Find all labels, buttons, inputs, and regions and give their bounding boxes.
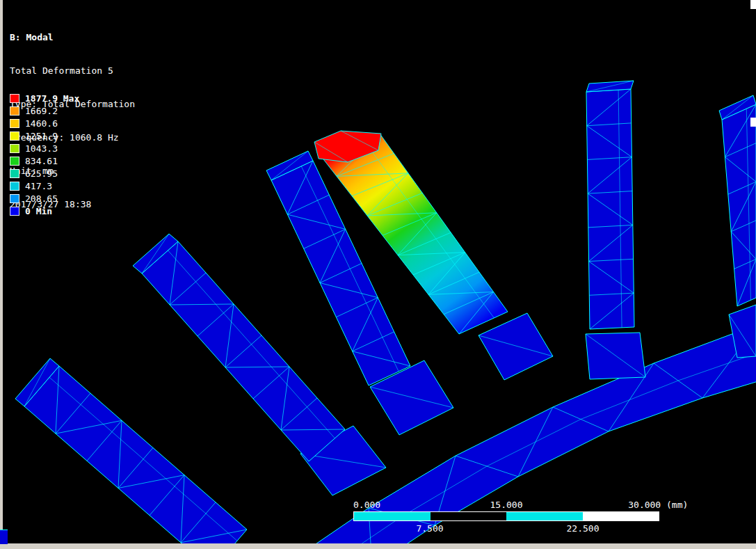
legend-swatch — [10, 119, 19, 128]
legend-swatch — [10, 106, 19, 116]
result-name: Total Deformation 5 — [10, 65, 135, 77]
legend-row: 834.61 — [10, 154, 79, 167]
scale-label-0: 0.000 — [353, 500, 380, 510]
scale-label-15: 15.000 — [490, 500, 523, 510]
legend-swatch — [10, 169, 19, 178]
legend-swatch — [10, 182, 19, 191]
legend-label: 1043.3 — [25, 143, 58, 154]
scale-ruler: 0.000 15.000 30.000 (mm) 7.500 22.500 — [353, 500, 659, 535]
legend-row: 1043.3 — [10, 142, 79, 154]
legend-row: 417.3 — [10, 180, 79, 192]
legend-swatch — [10, 94, 19, 103]
legend-label: 1251.9 — [25, 131, 58, 141]
scrollbar-artifact-top — [750, 0, 756, 9]
legend-row: 1877.9 Max — [10, 92, 79, 104]
legend-row: 625.95 — [10, 167, 79, 180]
legend-label: 1460.6 — [25, 118, 58, 129]
legend-label: 1669.2 — [25, 106, 58, 116]
scale-segment — [354, 512, 431, 520]
legend-row: 1251.9 — [10, 129, 79, 142]
legend-swatch — [10, 132, 19, 141]
application-window: B: Modal Total Deformation 5 Type: Total… — [0, 0, 756, 549]
scale-segment — [583, 512, 659, 520]
contour-legend: 1877.9 Max 1669.2 1460.6 1251.9 1043.3 8… — [10, 92, 79, 217]
legend-label: 0 Min — [25, 206, 52, 216]
scale-label-30: 30.000 (mm) — [628, 500, 688, 510]
window-border-bottom — [0, 543, 756, 549]
scrollbar-artifact-mid — [750, 118, 756, 127]
scale-ruler-top-labels: 0.000 15.000 30.000 (mm) — [353, 500, 659, 511]
legend-swatch — [10, 194, 19, 203]
analysis-title: B: Modal — [10, 32, 135, 43]
scale-ruler-bar — [353, 511, 659, 521]
legend-row: 1669.2 — [10, 104, 79, 117]
scale-ruler-bottom-labels: 7.500 22.500 — [353, 523, 659, 535]
legend-row: 0 Min — [10, 205, 79, 217]
legend-label: 208.65 — [25, 193, 58, 204]
model-fragment — [0, 530, 8, 544]
legend-row: 1460.6 — [10, 117, 79, 129]
scale-segment — [431, 512, 507, 520]
scale-label-22-5: 22.500 — [567, 523, 600, 534]
legend-swatch — [10, 207, 19, 216]
legend-row: 208.65 — [10, 192, 79, 205]
legend-swatch — [10, 144, 19, 153]
legend-label: 625.95 — [25, 168, 58, 179]
legend-label: 417.3 — [25, 181, 52, 191]
legend-label: 834.61 — [25, 156, 58, 166]
scale-segment — [506, 512, 583, 520]
legend-swatch — [10, 157, 19, 166]
window-border-left — [0, 0, 3, 549]
legend-label: 1877.9 Max — [25, 93, 79, 104]
scale-label-7-5: 7.500 — [416, 523, 443, 534]
